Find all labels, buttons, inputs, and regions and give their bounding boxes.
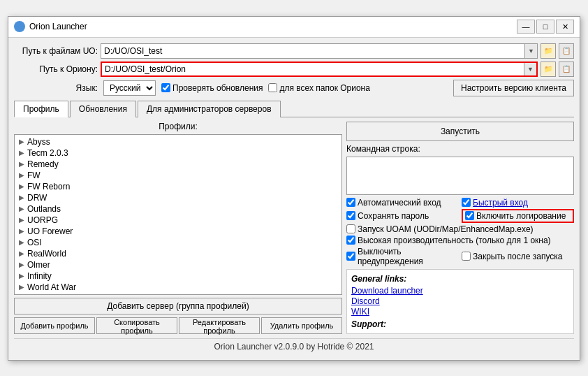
profile-arrow-icon: ▶: [19, 216, 24, 224]
copy-profile-btn[interactable]: Скопировать профиль: [96, 317, 177, 334]
list-item[interactable]: ▶UORPG: [16, 215, 340, 226]
profile-arrow-icon: ▶: [19, 205, 24, 212]
list-item[interactable]: ▶FW Reborn: [16, 181, 340, 192]
uo-path-combo: ▼: [101, 43, 538, 59]
titlebar-left: Orion Launcher: [14, 21, 87, 32]
orion-path-combo: ▼: [101, 62, 538, 77]
titlebar-title: Orion Launcher: [29, 22, 87, 31]
tabs-bar: Профиль Обновления Для администраторов с…: [14, 101, 574, 117]
profile-arrow-icon: ▶: [19, 227, 24, 235]
add-server-btn[interactable]: Добавить сервер (группа профилей): [14, 298, 342, 314]
links-box: General links: Download launcher Discord…: [346, 269, 574, 334]
close-after-row: Закрыть после запуска: [462, 247, 574, 266]
auto-login-checkbox[interactable]: [346, 198, 355, 207]
download-launcher-link[interactable]: Download launcher: [351, 286, 569, 296]
check-updates-label: Проверять обновления: [161, 83, 263, 93]
titlebar: Orion Launcher — □ ✕: [8, 17, 580, 38]
minimize-button[interactable]: —: [517, 20, 535, 34]
tab-admin[interactable]: Для администраторов серверов: [138, 101, 281, 117]
orion-path-row: Путь к Ориону: ▼ 📁 📋: [14, 62, 574, 77]
list-item[interactable]: ▶Tecm 2.0.3: [16, 147, 340, 159]
maximize-button[interactable]: □: [536, 20, 554, 34]
uo-path-browse-btn[interactable]: 📁: [541, 43, 556, 59]
content-area: Путь к файлам UO: ▼ 📁 📋 Путь к Ориону: ▼…: [8, 38, 580, 360]
right-panel: Запустить Командная строка: Автоматическ…: [346, 122, 574, 334]
lang-row: Язык: Русский Проверять обновления для в…: [14, 80, 574, 96]
fast-login-row: Быстрый вход: [462, 198, 574, 208]
profile-arrow-icon: ▶: [19, 182, 24, 190]
profile-arrow-icon: ▶: [19, 250, 24, 257]
wiki-link[interactable]: WIKI: [351, 307, 569, 317]
list-item[interactable]: ▶UO Forewer: [16, 226, 340, 237]
cmd-label: Командная строка:: [346, 144, 574, 154]
list-item[interactable]: ▶Remedy: [16, 159, 340, 170]
profile-arrow-icon: ▶: [19, 272, 24, 280]
orion-path-input[interactable]: [102, 63, 524, 75]
auto-login-row: Автоматический вход: [346, 198, 459, 208]
launch-btn[interactable]: Запустить: [346, 122, 574, 141]
uo-path-row: Путь к файлам UO: ▼ 📁 📋: [14, 43, 574, 59]
discord-link[interactable]: Discord: [351, 296, 569, 306]
main-window: Orion Launcher — □ ✕ Путь к файлам UO: ▼…: [8, 16, 580, 361]
profile-arrow-icon: ▶: [19, 194, 24, 201]
list-item[interactable]: ▶Infinity: [16, 270, 340, 282]
list-item[interactable]: ▶OSI: [16, 237, 340, 248]
profile-arrow-icon: ▶: [19, 261, 24, 268]
tab-updates[interactable]: Обновления: [70, 101, 136, 117]
edit-profile-btn[interactable]: Редактировать профиль: [179, 317, 260, 334]
all-folders-checkbox[interactable]: [268, 83, 277, 92]
high-performance-checkbox[interactable]: [346, 236, 355, 245]
fast-login-checkbox[interactable]: [462, 198, 471, 207]
main-area: Профили: ▶Abyss▶Tecm 2.0.3▶Remedy▶FW▶FW …: [14, 122, 574, 334]
uo-path-input[interactable]: [101, 44, 524, 58]
orion-path-label: Путь к Ориону:: [14, 64, 98, 74]
orion-path-browse-btn[interactable]: 📁: [541, 62, 556, 77]
list-item[interactable]: ▶DRW: [16, 192, 340, 203]
support-title: Support:: [351, 319, 569, 329]
enable-logging-row: Включить логирование: [462, 209, 574, 223]
list-item[interactable]: ▶Outlands: [16, 203, 340, 215]
check-updates-checkbox[interactable]: [161, 83, 170, 92]
profile-arrow-icon: ▶: [19, 138, 24, 145]
orion-path-dropdown-btn[interactable]: ▼: [524, 63, 536, 75]
disable-warnings-row: Выключить предупреждения: [346, 247, 459, 266]
list-item[interactable]: ▶FW: [16, 170, 340, 181]
profile-arrow-icon: ▶: [19, 238, 24, 246]
uo-path-label: Путь к файлам UO:: [14, 46, 98, 56]
profile-arrow-icon: ▶: [19, 149, 24, 157]
profiles-list[interactable]: ▶Abyss▶Tecm 2.0.3▶Remedy▶FW▶FW Reborn▶DR…: [14, 134, 342, 295]
disable-warnings-checkbox[interactable]: [346, 252, 355, 261]
high-performance-row: Высокая производительность (только для 1…: [346, 236, 574, 245]
delete-profile-btn[interactable]: Удалить профиль: [261, 317, 342, 334]
profiles-label: Профили:: [14, 122, 342, 131]
add-profile-btn[interactable]: Добавить профиль: [14, 317, 95, 334]
list-item[interactable]: ▶Olmer: [16, 259, 340, 270]
close-button[interactable]: ✕: [556, 20, 574, 34]
profile-arrow-icon: ▶: [19, 283, 24, 291]
configure-version-btn[interactable]: Настроить версию клиента: [453, 80, 574, 96]
save-password-row: Сохранять пароль: [346, 209, 459, 223]
lang-select[interactable]: Русский: [103, 80, 156, 96]
list-item[interactable]: ▶World At War: [16, 282, 340, 293]
all-folders-label: для всех папок Ориона: [268, 83, 369, 93]
tab-profile[interactable]: Профиль: [14, 101, 68, 117]
run-uoam-row: Запуск UOAM (UODir/Map/EnhancedMap.exe): [346, 224, 574, 234]
save-password-checkbox[interactable]: [346, 211, 355, 220]
close-after-checkbox[interactable]: [462, 252, 471, 261]
bottom-buttons: Добавить профиль Скопировать профиль Ред…: [14, 317, 342, 334]
left-panel: Профили: ▶Abyss▶Tecm 2.0.3▶Remedy▶FW▶FW …: [14, 122, 342, 334]
uo-path-browse-btn2[interactable]: 📋: [559, 43, 574, 59]
cmd-textarea[interactable]: [346, 157, 574, 195]
orion-path-browse-btn2[interactable]: 📋: [559, 62, 574, 77]
profile-arrow-icon: ▶: [19, 160, 24, 168]
app-icon: [14, 21, 25, 32]
enable-logging-checkbox[interactable]: [465, 211, 474, 220]
list-item[interactable]: ▶Abyss: [16, 136, 340, 147]
links-section-title: General links:: [351, 274, 569, 284]
run-uoam-checkbox[interactable]: [346, 224, 355, 233]
uo-path-dropdown-btn[interactable]: ▼: [524, 44, 537, 58]
profile-arrow-icon: ▶: [19, 171, 24, 179]
statusbar: Orion Launcher v2.0.9.0 by Hotride © 202…: [14, 338, 574, 354]
titlebar-controls: — □ ✕: [517, 20, 574, 34]
list-item[interactable]: ▶RealWorld: [16, 248, 340, 259]
